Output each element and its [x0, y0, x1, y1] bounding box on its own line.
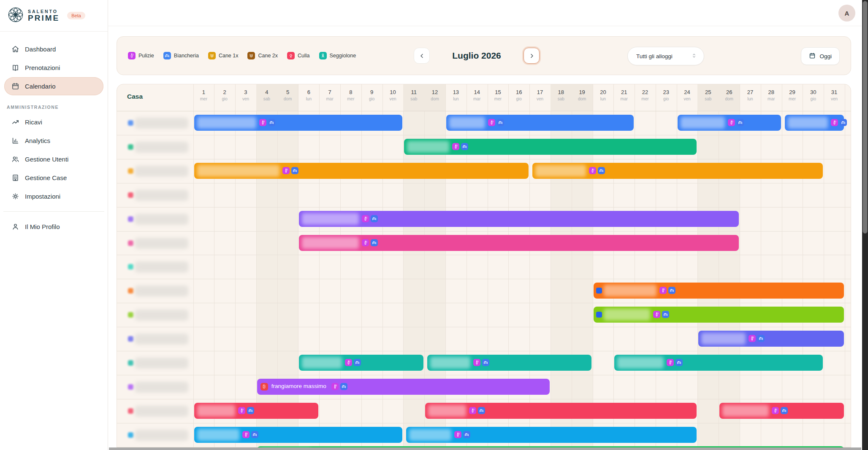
booking-bar[interactable]: [194, 163, 529, 179]
bed-icon: [163, 52, 171, 59]
booking-bar[interactable]: [614, 355, 823, 371]
legend-item-label: Cane 2x: [258, 53, 278, 59]
house-color-dot: [128, 240, 133, 246]
booking-bar[interactable]: frangiamore massimo: [257, 379, 550, 395]
biancheria-badge: [598, 167, 605, 174]
user-avatar[interactable]: A: [838, 5, 855, 22]
house-name-redacted: [135, 118, 188, 129]
sidebar-item-ricavi[interactable]: Ricavi: [4, 113, 103, 131]
day-header-18: 18sab: [551, 84, 572, 111]
chevron-updown-icon: [691, 53, 697, 60]
trend-icon: [11, 118, 19, 127]
booking-bar[interactable]: [785, 115, 844, 131]
day-weekday: gio: [656, 97, 677, 101]
sidebar-item-dashboard[interactable]: Dashboard: [4, 40, 103, 58]
booking-bar[interactable]: [532, 163, 823, 179]
booking-bar[interactable]: [299, 235, 739, 251]
next-month-button[interactable]: [524, 48, 540, 64]
day-weekday: gio: [508, 97, 529, 101]
booking-bar[interactable]: [698, 331, 844, 347]
booking-bar[interactable]: [299, 211, 739, 227]
day-header-12: 12dom: [424, 84, 445, 111]
day-number: 1: [193, 88, 214, 97]
sidebar-nav-admin: RicaviAnalyticsGestione UtentiGestione C…: [0, 113, 108, 205]
biancheria-badge: [482, 359, 489, 366]
sidebar-item-impostazioni[interactable]: Impostazioni: [4, 187, 103, 205]
house-color-dot: [128, 408, 133, 414]
day-number: 24: [677, 88, 698, 97]
day-weekday: ven: [677, 97, 698, 101]
services-legend: PulizieBiancheriaCane 1x2Cane 2xCullaSeg…: [128, 37, 356, 75]
today-button[interactable]: Oggi: [801, 47, 840, 65]
pulizie-badge: [454, 431, 461, 438]
sidebar-item-il-mio-profilo[interactable]: Il Mio Profilo: [4, 218, 103, 236]
sidebar-item-calendario[interactable]: Calendario: [4, 77, 103, 95]
booking-bar[interactable]: [404, 139, 697, 155]
previous-month-button[interactable]: [414, 48, 430, 64]
vertical-scrollbar-thumb[interactable]: [863, 1, 868, 234]
guest-name-redacted: [604, 309, 650, 321]
biancheria-badge: [340, 383, 347, 390]
sidebar-item-label: Il Mio Profilo: [25, 223, 60, 230]
day-header-1: 1mer: [193, 84, 214, 111]
vertical-scrollbar-track[interactable]: [862, 0, 868, 450]
legend-item-label: Seggiolone: [330, 53, 356, 59]
day-header-31: 31ven: [824, 84, 845, 111]
legend-item-label: Biancheria: [174, 53, 199, 59]
brand-text: SALENTO PRIME: [28, 9, 60, 22]
pulizie-badge: [749, 335, 756, 342]
biancheria-badge: [840, 119, 847, 126]
booking-bar[interactable]: [446, 115, 634, 131]
sidebar-item-gestione-case[interactable]: Gestione Case: [4, 169, 103, 187]
pulizie-badge: [362, 215, 369, 222]
guest-name-redacted: [722, 405, 769, 417]
today-button-label: Oggi: [819, 53, 832, 59]
house-name-redacted: [135, 358, 188, 369]
pulizie-badge: [667, 359, 674, 366]
booking-bar[interactable]: [194, 427, 403, 443]
calendar-small-icon: [809, 52, 816, 60]
pulizie-badge: [242, 431, 250, 438]
sidebar-item-analytics[interactable]: Analytics: [4, 132, 103, 150]
guest-name-redacted: [449, 117, 485, 129]
booking-bar[interactable]: [427, 355, 591, 371]
guest-name-redacted: [197, 165, 279, 177]
lodging-filter-select[interactable]: Tutti gli alloggi: [627, 47, 704, 65]
biancheria-badge: [461, 143, 468, 150]
booking-bar[interactable]: [594, 283, 844, 299]
house-name-redacted: [135, 310, 188, 321]
sidebar-nav-profile: Il Mio Profilo: [0, 218, 108, 236]
house-name-redacted: [135, 142, 188, 153]
booking-bar[interactable]: [594, 307, 844, 323]
sidebar-item-prenotazioni[interactable]: Prenotazioni: [4, 59, 103, 77]
house-color-dot: [128, 360, 133, 366]
day-number: 29: [782, 88, 803, 97]
legend-item-seggiolone: Seggiolone: [319, 52, 356, 59]
chair-icon: [319, 52, 327, 59]
horizontal-scrollbar[interactable]: [109, 447, 861, 450]
booking-bar[interactable]: [425, 403, 697, 419]
day-number: 28: [761, 88, 782, 97]
users-icon: [11, 155, 19, 164]
booking-bar[interactable]: [678, 115, 781, 131]
booking-bar[interactable]: [719, 403, 844, 419]
user-icon: [11, 223, 19, 231]
day-number: 20: [593, 88, 614, 97]
house-color-dot: [128, 144, 133, 150]
day-number: 27: [740, 88, 761, 97]
day-number: 23: [656, 88, 677, 97]
sidebar-item-gestione-utenti[interactable]: Gestione Utenti: [4, 150, 103, 168]
calendar-toolbar: PulizieBiancheriaCane 1x2Cane 2xCullaSeg…: [117, 36, 851, 75]
pulizie-badge: [452, 143, 459, 150]
booking-bar[interactable]: [194, 115, 403, 131]
sidebar-divider: [3, 211, 104, 212]
day-number: 6: [298, 88, 319, 97]
pacifier-icon: [287, 52, 295, 59]
house-color-dot: [128, 264, 133, 269]
month-navigation: Luglio 2026: [414, 37, 540, 75]
day-header-24: 24ven: [677, 84, 698, 111]
booking-bar[interactable]: [194, 403, 319, 419]
pulizie-badge: [653, 311, 660, 318]
booking-bar[interactable]: [406, 427, 697, 443]
booking-bar[interactable]: [299, 355, 423, 371]
